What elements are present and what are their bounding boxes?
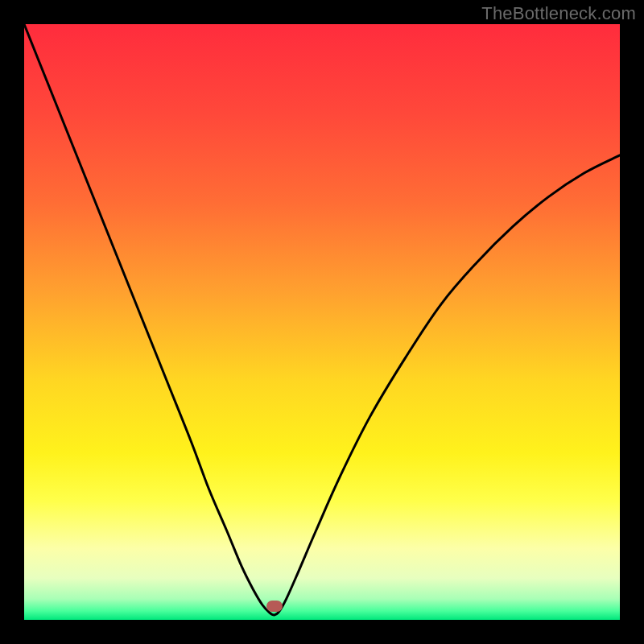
watermark-text: TheBottleneck.com: [481, 3, 636, 24]
chart-frame: TheBottleneck.com: [0, 0, 644, 644]
optimal-point-marker: [266, 601, 283, 612]
bottleneck-curve: [24, 24, 620, 620]
plot-area: [24, 24, 620, 620]
